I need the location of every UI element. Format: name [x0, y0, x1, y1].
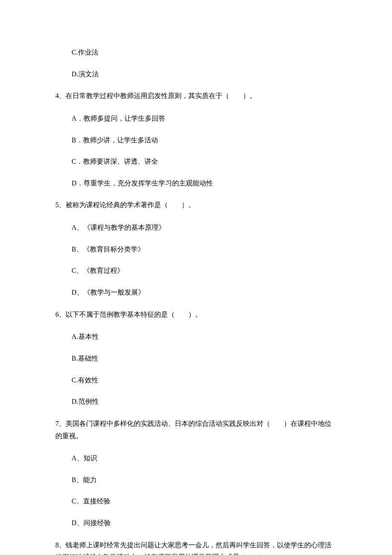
q6-option-a: A.基本性 [72, 331, 337, 342]
q5-option-b: B、《教育目标分类学》 [72, 244, 337, 255]
q3-option-d: D.演文法 [72, 69, 337, 80]
q7-option-a: A、知识 [72, 453, 337, 464]
q6-option-b: B.基础性 [72, 353, 337, 364]
q7-option-b: B、能力 [72, 474, 337, 486]
q4-option-c: C．教师要讲深、讲透、讲全 [72, 156, 337, 167]
q6-stem: 6、以下不属于范例教学基本特征的是（ ）。 [55, 309, 337, 321]
q5-option-a: A、《课程与教学的基本原理》 [72, 222, 337, 233]
q5-option-c: C、《教育过程》 [72, 265, 337, 276]
q4-option-a: A．教师多提问，让学生多回答 [72, 113, 337, 124]
q7-option-c: C、直接经验 [72, 496, 337, 507]
q4-option-b: B．教师少讲，让学生多活动 [72, 135, 337, 146]
q8-stem: 8、钱老师上课时经常先提出问题让大家思考一会儿，然后再叫学生回答，以使学生的心理… [55, 539, 337, 555]
q5-option-d: D、《教学与一般发展》 [72, 287, 337, 298]
q6-option-c: C.有效性 [72, 375, 337, 386]
q6-option-d: D.范例性 [72, 396, 337, 407]
q7-option-d: D、间接经验 [72, 517, 337, 529]
q4-stem: 4、在日常教学过程中教师运用启发性原则，其实质在于（ ）。 [55, 90, 337, 102]
q5-stem: 5、被称为课程论经典的学术著作是（ ）。 [55, 199, 337, 211]
q3-option-c: C.作业法 [72, 47, 337, 58]
q4-option-d: D．尊重学生，充分发挥学生学习的主观能动性 [72, 178, 337, 189]
q7-stem: 7、美国各门课程中多样化的实践活动、日本的综合活动实践反映出对（ ）在课程中地位… [55, 418, 337, 442]
